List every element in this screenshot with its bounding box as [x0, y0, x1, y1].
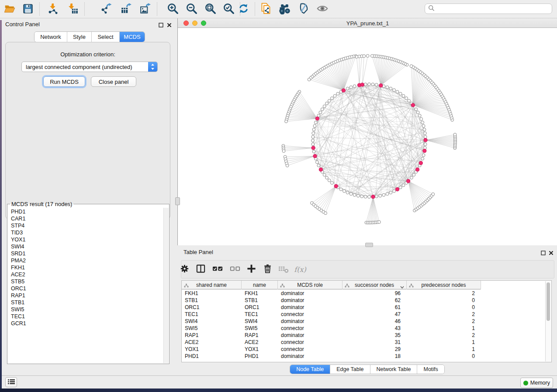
- column-type-icon: [345, 283, 349, 289]
- close-panel-button[interactable]: Close panel: [91, 76, 136, 87]
- cell-name: SWI4: [245, 318, 278, 325]
- delete-button[interactable]: [260, 262, 274, 276]
- clone-network-button[interactable]: [258, 1, 273, 17]
- cell-successor-nodes: 18: [343, 353, 401, 360]
- column-header-successor-nodes[interactable]: successor nodes: [343, 281, 407, 289]
- mcds-node-item[interactable]: ORC1: [11, 285, 163, 292]
- mcds-node-item[interactable]: CAR1: [11, 215, 163, 222]
- select-all-button[interactable]: [211, 262, 225, 276]
- cell-name: SWI5: [245, 325, 278, 332]
- cell-predecessor-nodes: 2: [407, 290, 475, 297]
- table-row[interactable]: SWI5SWI5connector431: [182, 325, 551, 332]
- column-header-MCDS-role[interactable]: MCDS role: [278, 281, 343, 289]
- annotation-button[interactable]: [295, 1, 311, 17]
- column-header-shared-name[interactable]: shared name: [182, 281, 242, 289]
- cell-name: ACE2: [245, 339, 278, 346]
- mcds-node-item[interactable]: STB5: [11, 278, 163, 285]
- mcds-node-item[interactable]: PMA2: [11, 257, 163, 264]
- zoom-selected-button[interactable]: [221, 1, 236, 17]
- criterion-select[interactable]: largest connected component (undirected): [21, 62, 158, 72]
- mcds-node-item[interactable]: STP4: [11, 222, 163, 229]
- tab-network-table[interactable]: Network Table: [370, 365, 417, 374]
- show-hide-button[interactable]: [315, 1, 330, 17]
- table-row[interactable]: RAP1RAP1dominator352: [182, 332, 551, 339]
- export-image-button[interactable]: [138, 1, 153, 17]
- table-row[interactable]: PHD1PHD1dominator180: [182, 353, 551, 360]
- cell-MCDS-role: connector: [281, 339, 343, 346]
- mcds-node-item[interactable]: GCR1: [11, 320, 163, 327]
- mcds-node-item[interactable]: FKH1: [11, 264, 163, 271]
- table-scrollbar[interactable]: [545, 281, 551, 361]
- tab-style[interactable]: Style: [67, 32, 91, 42]
- clone-network-icon: [260, 3, 272, 16]
- import-network-button[interactable]: [45, 1, 61, 17]
- tab-mcds[interactable]: MCDS: [119, 32, 145, 42]
- tab-edge-table[interactable]: Edge Table: [330, 365, 370, 374]
- deselect-all-button[interactable]: [228, 262, 242, 276]
- mcds-node-item[interactable]: PHD1: [11, 208, 163, 215]
- close-table-panel-icon[interactable]: [549, 249, 554, 254]
- table-row[interactable]: FKH1FKH1dominator962: [182, 290, 551, 297]
- cell-successor-nodes: 62: [343, 297, 401, 304]
- mcds-node-item[interactable]: SWI5: [11, 306, 163, 313]
- mcds-result-list[interactable]: PHD1CAR1STP4TID3YOX1SWI4SRD1PMA2FKH1ACE2…: [8, 208, 163, 363]
- mcds-node-item[interactable]: TEC1: [11, 313, 163, 320]
- table-settings-button[interactable]: [177, 262, 191, 276]
- vertical-splitter-handle[interactable]: [175, 197, 180, 205]
- mcds-node-item[interactable]: YOX1: [11, 236, 163, 243]
- cell-name: ORC1: [245, 304, 278, 311]
- close-panel-icon[interactable]: [167, 21, 172, 27]
- tab-motifs[interactable]: Motifs: [417, 365, 444, 374]
- zoom-in-button[interactable]: [165, 1, 180, 17]
- mcds-node-item[interactable]: STB1: [11, 299, 163, 306]
- search-box[interactable]: [425, 3, 552, 14]
- table-row[interactable]: ORC1ORC1dominator610: [182, 304, 551, 311]
- export-network-button[interactable]: [98, 1, 114, 17]
- search-input[interactable]: [437, 5, 552, 12]
- cell-MCDS-role: connector: [281, 346, 343, 353]
- table-row[interactable]: STB1STB1dominator620: [182, 297, 551, 304]
- toolbar-separator: [157, 2, 157, 16]
- table-row[interactable]: YOX1YOX1connector291: [182, 346, 551, 353]
- desktop-wallpaper-bottom: [0, 389, 557, 392]
- zoom-out-button[interactable]: [183, 1, 199, 17]
- task-history-button[interactable]: [5, 377, 17, 387]
- table-scrollbar-thumb[interactable]: [547, 282, 550, 321]
- table-panel-header: Table Panel: [177, 246, 557, 258]
- mcds-list-scrollbar[interactable]: [163, 208, 169, 363]
- run-mcds-button[interactable]: Run MCDS: [43, 76, 85, 87]
- mcds-node-item[interactable]: RAP1: [11, 292, 163, 299]
- show-columns-button[interactable]: [194, 262, 208, 276]
- float-table-panel-icon[interactable]: [541, 249, 546, 254]
- memory-button[interactable]: Memory: [520, 378, 553, 388]
- table-row[interactable]: TEC1TEC1connector472: [182, 311, 551, 318]
- save-session-button[interactable]: [20, 1, 36, 17]
- zoom-out-icon: [186, 3, 197, 16]
- refresh-button[interactable]: [235, 1, 251, 17]
- export-table-button[interactable]: [118, 1, 134, 17]
- float-panel-icon[interactable]: [159, 21, 164, 27]
- column-header-name[interactable]: name: [242, 281, 278, 289]
- search-network-button[interactable]: [277, 1, 292, 17]
- tab-node-table[interactable]: Node Table: [290, 365, 330, 374]
- mcds-node-item[interactable]: SRD1: [11, 250, 163, 257]
- zoom-fit-button[interactable]: [202, 1, 218, 17]
- open-file-button[interactable]: [2, 1, 17, 17]
- table-row[interactable]: SWI4SWI4dominator462: [182, 318, 551, 325]
- mcds-node-item[interactable]: TID3: [11, 229, 163, 236]
- mcds-node-item[interactable]: ACE2: [11, 271, 163, 278]
- mcds-node-item[interactable]: SWI4: [11, 243, 163, 250]
- import-table-button[interactable]: [65, 1, 81, 17]
- horizontal-splitter-handle[interactable]: [365, 243, 373, 247]
- cell-successor-nodes: 61: [343, 304, 401, 311]
- tab-select[interactable]: Select: [91, 32, 119, 42]
- export-network-icon: [100, 3, 112, 16]
- memory-button-label: Memory: [530, 380, 550, 386]
- column-header-predecessor-nodes[interactable]: predecessor nodes: [407, 281, 481, 289]
- table-row[interactable]: ACE2ACE2connector311: [182, 339, 551, 346]
- add-button[interactable]: [244, 262, 258, 276]
- network-window-titlebar[interactable]: YPA_prune.txt_1: [178, 18, 557, 28]
- network-canvas[interactable]: [178, 28, 557, 245]
- cell-shared-name: SWI5: [185, 325, 242, 332]
- tab-network[interactable]: Network: [35, 32, 67, 42]
